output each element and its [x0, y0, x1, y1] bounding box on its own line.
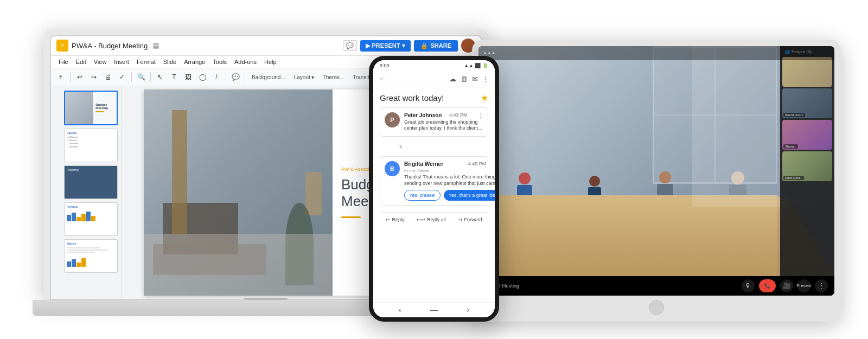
slide-bg-image	[144, 89, 333, 296]
toolbar-layout-btn[interactable]: Layout ▾	[290, 73, 318, 82]
people-thumb-4[interactable]: Emel East...	[782, 151, 832, 181]
phone-nav-home[interactable]: —	[430, 305, 438, 314]
meet-cam-btn[interactable]: 🎥	[780, 279, 793, 292]
smart-reply-2[interactable]: Yes, that's a great idea.	[444, 190, 495, 201]
slide-thumb-4[interactable]: Revenue	[64, 202, 118, 236]
toolbar-shape-btn[interactable]: ◯	[196, 71, 209, 84]
slide-thumb-4-img: Revenue	[65, 203, 117, 235]
phone-nav: ← ☁ 🗑 ✉ ⋮	[373, 71, 495, 87]
share-button[interactable]: 🔒 SHARE	[414, 40, 458, 52]
thumb-2-content: Agenda — Planning — Review — Numbers — T…	[65, 129, 117, 162]
meet-present-btn[interactable]: Present	[797, 279, 810, 292]
menu-file[interactable]: File	[55, 57, 72, 66]
person-4	[729, 171, 746, 207]
meet-mic-btn[interactable]: 🎙	[742, 279, 755, 292]
menu-format[interactable]: Format	[133, 57, 159, 66]
menu-slide[interactable]: Slide	[160, 57, 180, 66]
thumb-2-rows: — Planning — Review — Numbers — Timeline	[67, 136, 115, 148]
thumb-3-label: Reporting	[67, 168, 115, 171]
meet-call-info: ▲▲▲	[483, 50, 496, 55]
toolbar-spellcheck-btn[interactable]: ✓	[116, 71, 129, 84]
forward-button[interactable]: ↪ Forward	[458, 217, 482, 222]
present-button[interactable]: ▶ PRESENT ▾	[360, 40, 411, 52]
menu-edit[interactable]: Edit	[73, 57, 90, 66]
reply-button[interactable]: ↩ Reply	[386, 217, 404, 222]
thumb-1-content: Budget Meeting	[65, 92, 117, 124]
phone-mail-icon[interactable]: ✉	[472, 75, 478, 83]
slide-thumb-3[interactable]: Reporting	[64, 165, 118, 199]
tablet-body: 👥 People (5) Board Room	[472, 40, 841, 322]
phone: 9:00 ▲▲ ⬛ 🔋 ← ☁ 🗑 ✉ ⋮ Great work today! …	[369, 56, 499, 322]
slides-topright: 💬 ▶ PRESENT ▾ 🔒 SHARE	[343, 39, 475, 53]
slide-row-4: 4 Revenue	[54, 202, 118, 236]
toolbar-theme-btn[interactable]: Theme...	[319, 73, 348, 82]
toolbar-redo-btn[interactable]: ↪	[87, 71, 100, 84]
thumb-line	[95, 111, 104, 112]
people-thumb-3[interactable]: Shara...	[782, 120, 832, 150]
email-item-2-body: Brigitta Werner 4:49 PM ↩ ⋮ to me, Jesse…	[404, 161, 495, 201]
toolbar-background-btn[interactable]: Background...	[248, 73, 289, 82]
drive-icon: ▤	[153, 42, 161, 49]
plant	[285, 203, 314, 285]
phone-archive-icon[interactable]: ☁	[449, 75, 456, 83]
lock-icon: 🔒	[420, 42, 428, 49]
people-thumb-1[interactable]	[782, 57, 832, 87]
smart-reply-1[interactable]: Yes, please!	[404, 190, 441, 201]
toolbar-divider-2	[131, 72, 132, 82]
toolbar-image-btn[interactable]: 🖼	[182, 71, 195, 84]
slides-app-icon: ≡	[56, 40, 68, 52]
phone-nav-back[interactable]: ‹	[399, 305, 401, 314]
email-avatar-1: P	[385, 112, 400, 127]
thumb-row-1: — Planning	[67, 136, 115, 138]
slide-thumb-5-img: Metrics	[65, 240, 117, 272]
email-star-icon[interactable]: ★	[481, 93, 488, 103]
phone-body: 9:00 ▲▲ ⬛ 🔋 ← ☁ 🗑 ✉ ⋮ Great work today! …	[369, 56, 499, 322]
people-thumb-1-inner	[782, 57, 832, 87]
email-more-1[interactable]: ⋮	[478, 112, 483, 118]
tablet-home-button[interactable]	[649, 300, 664, 315]
menu-arrange[interactable]: Arrange	[181, 57, 208, 66]
toolbar-select-btn[interactable]: ↖	[154, 71, 167, 84]
people-thumb-2[interactable]: Board Room	[782, 88, 832, 118]
toolbar-line-btn[interactable]: /	[210, 71, 223, 84]
slide-thumb-5[interactable]: Metrics	[64, 239, 118, 273]
chat-icon-btn[interactable]: 💬	[343, 40, 357, 51]
email-sender-row-1: Peter Johnson 4:43 PM ⋮	[404, 112, 483, 118]
slides-titlebar: ≡ PW&A - Budget Meeting ▤ 💬 ▶ PRESENT ▾	[51, 36, 481, 56]
slide-thumb-2[interactable]: Agenda — Planning — Review — Numbers — T…	[64, 129, 118, 162]
toolbar-comment-btn[interactable]: 💬	[229, 71, 242, 84]
phone-delete-icon[interactable]: 🗑	[461, 75, 468, 83]
menu-addons[interactable]: Add-ons	[231, 57, 260, 66]
email-time-2: 4:49 PM	[468, 161, 487, 167]
meet-end-call-btn[interactable]: 📞	[759, 279, 776, 292]
layout-dropdown-icon: ▾	[311, 74, 314, 80]
meet-ui: 👥 People (5) Board Room	[478, 46, 834, 296]
phone-back-button[interactable]: ←	[379, 74, 386, 83]
thumb-3-content: Reporting	[65, 166, 117, 199]
meet-people-strip: 👥 People (5) Board Room	[780, 46, 834, 276]
email-subject: Great work today!	[380, 93, 444, 103]
slide-thumb-1[interactable]: Budget Meeting	[64, 91, 118, 125]
thumb-4-label: Revenue	[67, 205, 115, 208]
slide-row-3: 3 Reporting	[54, 165, 118, 199]
email-item-1: P Peter Johnson 4:43 PM ⋮ Great job pres…	[380, 107, 488, 137]
meet-more-btn[interactable]: ⋮	[815, 279, 828, 292]
toolbar-undo-btn[interactable]: ↩	[73, 71, 86, 84]
menu-tools[interactable]: Tools	[209, 57, 230, 66]
menu-view[interactable]: View	[91, 57, 110, 66]
toolbar-zoom-btn[interactable]: 🔍	[135, 71, 148, 84]
bar-5	[86, 212, 91, 221]
phone-nav-forward[interactable]: ›	[467, 305, 470, 314]
slide-row-1: 1 Budget Meeting	[54, 91, 118, 125]
reply-all-button[interactable]: ↩↩ Reply all	[417, 217, 446, 222]
toolbar-print-btn[interactable]: 🖨	[101, 71, 114, 84]
menu-insert[interactable]: Insert	[111, 57, 132, 66]
toolbar-text-btn[interactable]: T	[168, 71, 181, 84]
smart-reply-row: Yes, please! Yes, that's a great idea. I…	[404, 190, 495, 201]
thumb-row-3: — Numbers	[67, 142, 115, 145]
toolbar-add-btn[interactable]: +	[54, 71, 67, 84]
window-pane-4	[715, 115, 776, 183]
menu-help[interactable]: Help	[261, 57, 280, 66]
meet-ctrl-icons: 🎙 📞 🎥 Present ⋮	[742, 279, 828, 292]
phone-more-icon[interactable]: ⋮	[482, 75, 489, 83]
